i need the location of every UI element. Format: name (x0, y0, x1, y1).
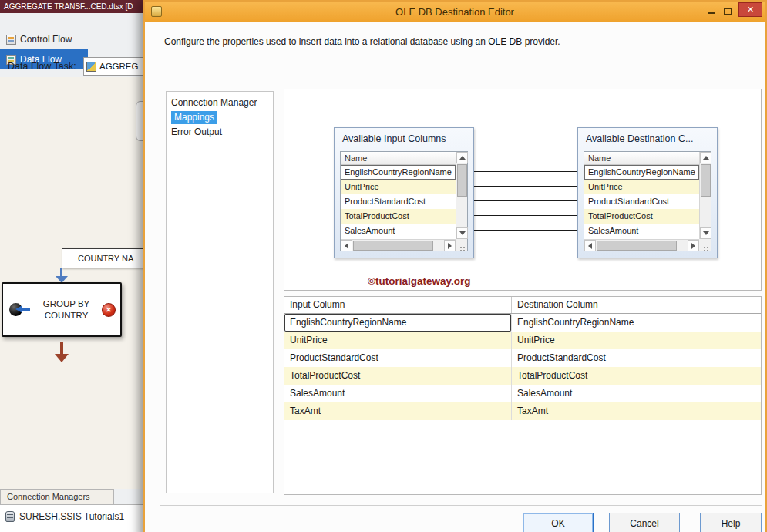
dialog-title: OLE DB Destination Editor (145, 2, 765, 22)
maximize-button[interactable] (724, 8, 732, 15)
button-separator (160, 505, 762, 506)
scroll-left-icon[interactable] (341, 240, 352, 251)
destination-column-row[interactable]: TotalProductCost (584, 209, 699, 224)
help-button[interactable]: Help (700, 513, 762, 532)
document-tab[interactable]: AGGREGATE TRANSF...CED.dtsx [D (0, 0, 143, 13)
scroll-down-icon[interactable] (700, 227, 711, 239)
connection-managers-tab[interactable]: Connection Managers (0, 489, 114, 505)
resize-grip-icon (699, 239, 711, 251)
country-names-transform-box[interactable]: COUNTRY NA (62, 248, 146, 268)
input-column-row[interactable]: ProductStandardCost (341, 194, 456, 209)
vertical-scrollbar[interactable] (456, 152, 467, 239)
group-by-country-label: GROUP BY COUNTRY (42, 298, 90, 322)
destination-column-cell[interactable]: ProductStandardCost (512, 349, 761, 367)
input-column-cell[interactable]: TaxAmt (284, 402, 512, 420)
dialog-description: Configure the properties used to insert … (164, 36, 746, 47)
control-flow-icon (6, 35, 16, 45)
available-destination-columns-title: Available Destination C... (578, 128, 717, 144)
nav-item-label-selected: Mappings (171, 111, 217, 124)
input-name-column-header: Name (341, 152, 456, 165)
input-column-row[interactable]: TotalProductCost (341, 209, 456, 224)
data-flow-task-combo[interactable]: AGGREG (83, 57, 143, 76)
input-column-cell[interactable]: UnitPrice (284, 332, 512, 349)
available-input-columns-title: Available Input Columns (335, 128, 473, 144)
destination-column-row[interactable]: EnglishCountryRegionName (584, 165, 699, 180)
connection-manager-name: SURESH.SSIS Tutorials1 (19, 511, 124, 522)
close-button[interactable]: ✕ (738, 2, 762, 17)
horizontal-scrollbar[interactable] (341, 239, 456, 251)
minimize-button[interactable] (708, 12, 715, 14)
cancel-button[interactable]: Cancel (609, 513, 680, 532)
scroll-left-icon[interactable] (584, 240, 596, 251)
scroll-down-icon[interactable] (456, 227, 468, 239)
group-by-country-transform-box[interactable]: GROUP BY COUNTRY ✕ (2, 282, 122, 337)
scroll-up-icon[interactable] (700, 152, 711, 163)
mapping-table-row[interactable]: TotalProductCost TotalProductCost (284, 367, 761, 385)
resize-grip-icon (456, 239, 467, 251)
input-column-cell[interactable]: SalesAmount (284, 385, 512, 402)
scrollbar-thumb[interactable] (597, 241, 677, 251)
destination-column-row[interactable]: SalesAmount (584, 224, 699, 238)
mapping-table-header: Input Column Destination Column (284, 297, 761, 314)
database-connection-icon (5, 511, 15, 522)
mapping-table-row[interactable]: EnglishCountryRegionName EnglishCountryR… (284, 314, 761, 332)
nav-item-label: Connection Manager (171, 97, 257, 108)
dialog-titlebar[interactable]: OLE DB Destination Editor (145, 2, 765, 22)
scroll-right-icon[interactable] (688, 240, 699, 251)
nav-item-connection-manager[interactable]: Connection Manager (167, 96, 273, 110)
error-indicator-icon[interactable]: ✕ (102, 303, 116, 317)
available-destination-columns-box: Available Destination C... Name EnglishC… (577, 127, 718, 258)
dialog-nav-panel: Connection Manager Mappings Error Output (166, 91, 274, 493)
mapping-table-row[interactable]: TaxAmt TaxAmt (284, 402, 761, 420)
input-column-row[interactable]: SalesAmount (341, 224, 456, 238)
scroll-right-icon[interactable] (444, 240, 456, 251)
mapping-line (474, 215, 577, 216)
destination-column-cell[interactable]: UnitPrice (512, 332, 761, 349)
error-output-arrowhead-icon (55, 354, 69, 362)
nav-item-error-output[interactable]: Error Output (167, 125, 273, 140)
ok-button[interactable]: OK (523, 513, 594, 532)
available-input-columns-box: Available Input Columns Name EnglishCoun… (334, 127, 474, 258)
destination-name-column-header: Name (584, 152, 699, 165)
ole-db-destination-editor-dialog: OLE DB Destination Editor ✕ Configure th… (143, 0, 767, 532)
input-column-cell[interactable]: ProductStandardCost (284, 349, 512, 367)
destination-column-cell[interactable]: SalesAmount (512, 385, 761, 402)
destination-columns-grid: Name EnglishCountryRegionName UnitPrice … (584, 151, 711, 251)
mapping-line (474, 230, 577, 231)
input-column-cell[interactable]: TotalProductCost (284, 367, 512, 385)
destination-column-cell[interactable]: TaxAmt (512, 402, 761, 420)
watermark-text: ©tutorialgateway.org (368, 275, 470, 287)
mapping-table-row[interactable]: UnitPrice UnitPrice (284, 332, 761, 349)
tab-control-flow-label: Control Flow (20, 34, 72, 45)
input-column-cell[interactable]: EnglishCountryRegionName (284, 314, 512, 332)
data-flow-task-value: AGGREG (99, 62, 138, 71)
input-column-row[interactable]: UnitPrice (341, 180, 456, 194)
data-flow-task-label: Data Flow Task: (8, 61, 76, 72)
scroll-up-icon[interactable] (456, 152, 468, 163)
screenshot-root: AGGREGATE TRANSF...CED.dtsx [D Control F… (0, 0, 767, 532)
nav-item-mappings[interactable]: Mappings (167, 110, 273, 125)
designer-tab-row: Control Flow Data Flow (0, 29, 143, 49)
tab-control-flow[interactable]: Control Flow (0, 29, 78, 49)
destination-column-header: Destination Column (512, 297, 761, 313)
horizontal-scrollbar[interactable] (584, 239, 699, 251)
vertical-scrollbar[interactable] (699, 152, 711, 239)
mapping-line (474, 200, 577, 201)
input-column-row[interactable]: EnglishCountryRegionName (341, 165, 456, 180)
input-column-header: Input Column (284, 297, 512, 313)
mapping-table-row[interactable]: SalesAmount SalesAmount (284, 385, 761, 402)
connection-manager-item[interactable]: SURESH.SSIS Tutorials1 (5, 511, 124, 522)
mapping-diagram-area: Available Input Columns Name EnglishCoun… (284, 89, 762, 291)
connection-managers-panel: SURESH.SSIS Tutorials1 (0, 504, 143, 532)
destination-column-cell[interactable]: EnglishCountryRegionName (512, 314, 761, 332)
mapping-table-row[interactable]: ProductStandardCost ProductStandardCost (284, 349, 761, 367)
scrollbar-thumb[interactable] (701, 164, 711, 197)
scrollbar-thumb[interactable] (353, 241, 433, 251)
nav-item-label: Error Output (171, 126, 222, 137)
destination-column-row[interactable]: ProductStandardCost (584, 194, 699, 209)
input-columns-grid: Name EnglishCountryRegionName UnitPrice … (340, 151, 468, 251)
mapping-line (474, 186, 577, 187)
destination-column-row[interactable]: UnitPrice (584, 180, 699, 194)
scrollbar-thumb[interactable] (457, 164, 467, 197)
destination-column-cell[interactable]: TotalProductCost (512, 367, 761, 385)
